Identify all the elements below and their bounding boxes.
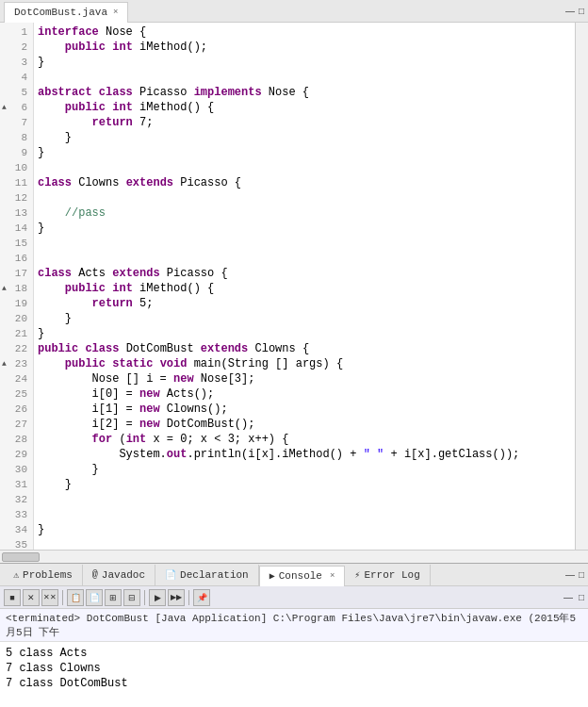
code-segment: Clowns {	[248, 341, 309, 356]
code-segment: for	[92, 432, 113, 447]
tab-close-icon[interactable]: ×	[113, 8, 118, 17]
remove-all-button[interactable]: ✕✕	[41, 589, 58, 606]
code-segment	[106, 40, 112, 55]
code-segment: }	[38, 326, 44, 341]
code-segment: public	[38, 341, 78, 356]
code-segment: implements	[194, 85, 262, 100]
tab-bar: DotComBust.java × — □	[0, 0, 588, 23]
code-segment: 7;	[133, 115, 154, 130]
terminate-button[interactable]: ■	[4, 589, 21, 606]
code-segment	[78, 341, 85, 356]
code-segment: Nose[3];	[194, 371, 255, 386]
code-segment: class	[38, 175, 72, 190]
copy-button[interactable]: 📋	[67, 589, 84, 606]
code-segment: extends	[112, 266, 159, 281]
line-number-2: 2	[0, 40, 33, 55]
code-line-29: System.out.println(i[x].iMethod() + " " …	[38, 447, 571, 462]
code-line-12	[38, 190, 571, 206]
line-number-12: 12	[0, 190, 33, 206]
code-line-5: abstract class Picasso implements Nose {	[38, 85, 571, 100]
panel-tab-error-log[interactable]: ⚡Error Log	[345, 565, 430, 585]
console-output: 5 class Acts7 class Clowns7 class DotCom…	[0, 642, 588, 707]
code-segment: abstract	[38, 85, 92, 100]
panel-tab-problems[interactable]: ⚠Problems	[4, 565, 83, 585]
code-segment: public	[65, 40, 106, 55]
line-number-5: 5	[0, 85, 33, 100]
line-number-16: 16	[0, 251, 33, 266]
code-line-3: }	[38, 55, 571, 70]
code-segment: }	[38, 462, 99, 477]
code-segment	[106, 281, 112, 296]
run-button[interactable]: ▶	[149, 589, 166, 606]
code-line-18: public int iMethod() {	[38, 281, 571, 296]
code-segment: System.	[38, 447, 167, 462]
code-line-17: class Acts extends Picasso {	[38, 266, 571, 281]
code-line-13: //pass	[38, 206, 571, 221]
scrollbar-thumb[interactable]	[2, 552, 40, 562]
console-line: 7 class Clowns	[6, 661, 582, 676]
code-segment	[92, 85, 99, 100]
code-segment	[38, 296, 92, 311]
code-segment: public	[65, 356, 106, 371]
panel-toolbar: ■ ✕ ✕✕ 📋 📄 ⊞ ⊟ ▶ ▶▶ 📌 — □	[0, 586, 588, 609]
code-segment: Nose {	[262, 85, 309, 100]
tab-icon: ▶	[270, 570, 275, 582]
editor-container: DotComBust.java × — □ 123456789101112131…	[0, 0, 588, 564]
code-line-35	[38, 537, 571, 550]
line-number-3: 3	[0, 55, 33, 70]
code-segment: iMethod();	[133, 40, 207, 55]
code-segment	[153, 356, 159, 371]
code-line-2: public int iMethod();	[38, 40, 571, 55]
panel-tab-javadoc[interactable]: @Javadoc	[83, 565, 155, 585]
tab-close-icon[interactable]: ×	[330, 571, 335, 581]
editor-tab[interactable]: DotComBust.java ×	[4, 2, 128, 23]
maximize-button[interactable]: □	[579, 6, 584, 16]
code-line-6: public int iMethod() {	[38, 100, 571, 115]
toolbar-separator-2	[144, 590, 145, 605]
code-line-8: }	[38, 130, 571, 145]
code-line-15	[38, 236, 571, 251]
code-segment: Picasso {	[160, 266, 228, 281]
code-segment: int	[112, 281, 133, 296]
panel-tab-declaration[interactable]: 📄Declaration	[155, 565, 259, 585]
code-segment: DotComBust	[119, 341, 200, 356]
panel-tab-maximize[interactable]: □	[579, 569, 584, 580]
step-button[interactable]: ▶▶	[168, 589, 185, 606]
panel-tab-minimize[interactable]: —	[565, 569, 575, 580]
paste-button[interactable]: 📄	[86, 589, 103, 606]
remove-button[interactable]: ✕	[23, 589, 40, 606]
code-segment	[106, 356, 112, 371]
panel-maximize-button[interactable]: □	[579, 592, 584, 602]
pin-button[interactable]: 📌	[193, 589, 210, 606]
line-number-23: 23	[0, 356, 33, 371]
code-segment: i[1] =	[38, 402, 139, 417]
line-number-10: 10	[0, 160, 33, 175]
code-segment: }	[38, 311, 72, 326]
code-line-19: return 5;	[38, 296, 571, 311]
code-segment: 5;	[133, 296, 154, 311]
code-segment: i[2] =	[38, 417, 139, 432]
collapse-button[interactable]: ⊟	[123, 589, 140, 606]
code-segment: DotComBust();	[160, 417, 255, 432]
console-line: 5 class Acts	[6, 646, 582, 661]
expand-button[interactable]: ⊞	[105, 589, 122, 606]
code-segment: + i[x].getClass());	[384, 447, 519, 462]
minimize-button[interactable]: —	[565, 6, 575, 16]
line-number-14: 14	[0, 221, 33, 236]
code-line-4	[38, 70, 571, 85]
horizontal-scrollbar[interactable]	[0, 550, 588, 563]
code-segment: class	[99, 85, 133, 100]
vertical-scrollbar[interactable]	[575, 23, 588, 550]
code-line-30: }	[38, 462, 571, 477]
code-segment: //pass	[65, 206, 106, 221]
line-number-22: 22	[0, 341, 33, 356]
line-numbers: 1234567891011121314151617181920212223242…	[0, 23, 34, 550]
panel-minimize-button[interactable]: —	[564, 592, 573, 602]
code-line-16	[38, 251, 571, 266]
code-segment: (	[112, 432, 125, 447]
code-content[interactable]: interface Nose { public int iMethod();}a…	[34, 23, 575, 550]
code-segment: new	[139, 402, 160, 417]
panel-tab-console[interactable]: ▶Console×	[259, 566, 346, 586]
tab-icon: 📄	[165, 569, 176, 581]
line-number-17: 17	[0, 266, 33, 281]
